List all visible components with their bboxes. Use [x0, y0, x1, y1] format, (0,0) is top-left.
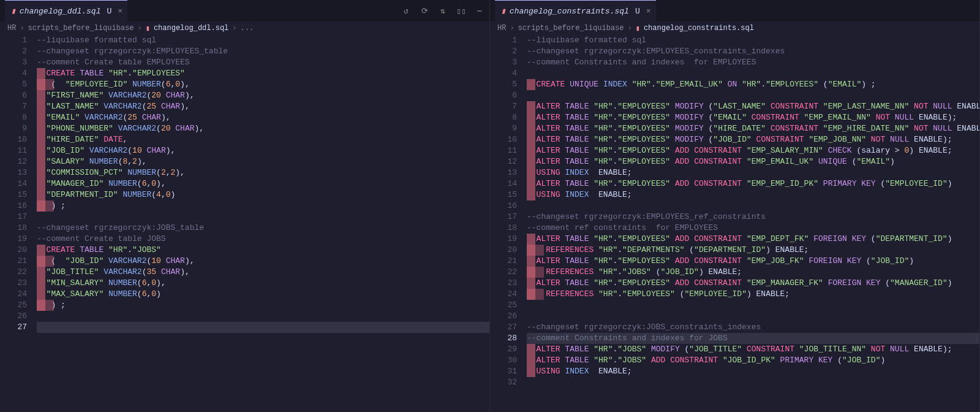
tab-bar-right: ▮ changelog_constraints.sql U × [490, 0, 979, 21]
editor-actions-left: ↺ ⟳ ⇅ ▯▯ ⋯ [401, 6, 484, 16]
crumb[interactable]: HR [7, 24, 16, 32]
close-icon[interactable]: × [644, 7, 651, 16]
tab-modified-badge: U [633, 7, 640, 16]
diff-icon[interactable]: ⇅ [438, 6, 448, 16]
database-icon: ▮ [146, 24, 150, 33]
editor-pane-left: ▮ changelog_ddl.sql U × ↺ ⟳ ⇅ ▯▯ ⋯ HR› s… [0, 0, 490, 412]
close-icon[interactable]: × [115, 7, 123, 16]
line-gutter: 1234567891011121314151617181920212223242… [490, 35, 527, 412]
editor-pane-right: ▮ changelog_constraints.sql U × HR› scri… [490, 0, 980, 412]
crumb[interactable]: changelog_constraints.sql [644, 24, 754, 32]
tab-changelog-constraints[interactable]: ▮ changelog_constraints.sql U × [495, 0, 656, 21]
tab-bar-left: ▮ changelog_ddl.sql U × ↺ ⟳ ⇅ ▯▯ ⋯ [0, 0, 489, 21]
code-area[interactable]: --liquibase formatted sql--changeset rgr… [37, 35, 489, 412]
split-icon[interactable]: ▯▯ [456, 6, 466, 16]
crumb[interactable]: ... [241, 24, 254, 32]
run-icon[interactable]: ⟳ [420, 6, 429, 16]
code-editor-left[interactable]: 1234567891011121314151617181920212223242… [0, 35, 489, 412]
code-editor-right[interactable]: 1234567891011121314151617181920212223242… [490, 35, 979, 412]
more-icon[interactable]: ⋯ [475, 6, 484, 16]
tab-modified-badge: U [104, 7, 111, 16]
breadcrumb-left[interactable]: HR› scripts_before_liquibase› ▮ changelo… [0, 21, 489, 35]
crumb[interactable]: scripts_before_liquibase [28, 24, 134, 32]
database-icon: ▮ [11, 6, 16, 16]
breadcrumb-right[interactable]: HR› scripts_before_liquibase› ▮ changelo… [490, 21, 979, 35]
tab-label: changelog_ddl.sql [20, 7, 101, 16]
crumb[interactable]: changelog_ddl.sql [154, 24, 228, 32]
line-gutter: 1234567891011121314151617181920212223242… [0, 35, 37, 412]
tab-changelog-ddl[interactable]: ▮ changelog_ddl.sql U × [5, 0, 127, 21]
code-area[interactable]: --liquibase formatted sql--changeset rgr… [527, 35, 979, 412]
crumb[interactable]: HR [497, 24, 506, 32]
crumb[interactable]: scripts_before_liquibase [518, 24, 624, 32]
database-icon: ▮ [501, 6, 506, 16]
tab-label: changelog_constraints.sql [510, 7, 629, 16]
database-icon: ▮ [636, 24, 640, 33]
history-icon[interactable]: ↺ [401, 6, 411, 16]
